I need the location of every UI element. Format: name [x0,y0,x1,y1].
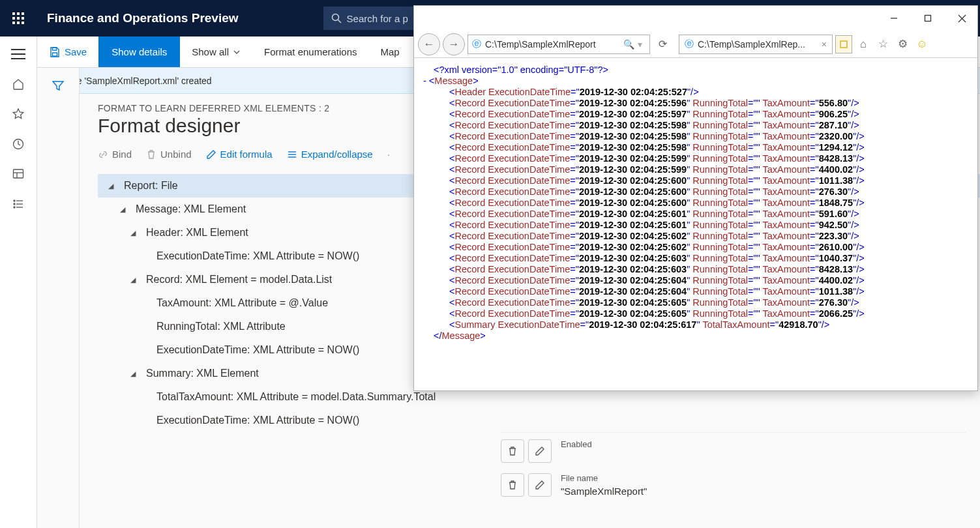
caret-down-icon[interactable]: ◢ [117,205,128,214]
search-icon [331,13,342,23]
tree-node-label: Report: File [124,180,178,192]
ie-xml-content: <?xml version="1.0" encoding="UTF-8"?>-<… [414,58,977,348]
filter-icon[interactable] [52,80,65,93]
window-maximize-button[interactable] [919,9,937,27]
delete-enabled-button[interactable] [501,439,524,463]
unbind-button[interactable]: Unbind [146,149,192,160]
caret-down-icon[interactable]: ◢ [106,182,116,190]
modules-icon[interactable] [0,189,37,219]
search-icon[interactable]: 🔍 [623,39,634,50]
svg-rect-7 [17,22,20,24]
save-icon [49,46,61,58]
properties-panel: Enabled File name "SampleXmlReport" [501,389,980,528]
map-label: Map [381,46,400,57]
tree-node-label: RunningTotal: XML Attribute [156,321,286,332]
window-minimize-button[interactable] [885,9,903,27]
save-label: Save [65,46,87,57]
unbind-label: Unbind [160,149,192,160]
ie-favorites-icon[interactable]: ☆ [874,36,891,53]
pencil-icon [535,480,545,490]
show-all-label: Show all [192,46,229,57]
caret-down-icon[interactable]: ◢ [128,276,138,284]
tree-node-label: ExecutionDateTime: XML Attribute = NOW() [156,415,359,426]
chevron-down-icon [233,48,241,56]
ie-smiley-icon[interactable]: ☺ [913,36,930,53]
home-icon[interactable] [0,69,37,99]
svg-rect-2 [22,12,24,15]
ie-window: ← → ⓔ C:\Temp\SampleXmlReport 🔍 ▾ ⟳ ⓔ C:… [413,5,978,391]
caret-down-icon[interactable]: ◢ [128,370,138,378]
ie-toolbar: ← → ⓔ C:\Temp\SampleXmlReport 🔍 ▾ ⟳ ⓔ C:… [414,31,977,58]
svg-rect-22 [53,48,57,50]
save-button[interactable]: Save [37,37,98,67]
ie-back-button[interactable]: ← [418,33,440,55]
ie-home-icon[interactable]: ⌂ [855,36,872,53]
show-details-button[interactable]: Show details [98,37,180,67]
edit-filename-button[interactable] [528,473,552,497]
ie-logo-icon: ⓔ [685,38,694,50]
enabled-label: Enabled [561,439,967,449]
edit-formula-button[interactable]: Edit formula [206,149,273,160]
svg-rect-6 [12,22,15,24]
svg-rect-12 [14,169,23,178]
left-nav [0,37,37,528]
svg-rect-1 [17,12,20,15]
pencil-icon [535,446,545,456]
trash-icon [507,480,518,490]
expand-label: Expand/collapse [301,149,373,160]
svg-rect-0 [12,12,15,15]
svg-rect-21 [53,53,57,56]
filename-label: File name [561,473,967,483]
clock-icon[interactable] [0,129,37,159]
edit-enabled-button[interactable] [528,439,552,463]
ie-settings-icon[interactable]: ⚙ [894,36,911,53]
format-enumerations-button[interactable]: Format enumerations [252,37,369,67]
trash-icon [507,446,518,456]
window-close-button[interactable] [953,9,971,27]
delete-filename-button[interactable] [501,473,524,497]
show-details-label: Show details [111,46,167,57]
ie-address-bar[interactable]: ⓔ C:\Temp\SampleXmlReport 🔍 ▾ [468,35,650,54]
ie-forward-button[interactable]: → [443,33,465,55]
info-message: File 'SampleXmlReport.xml' created [67,76,212,86]
svg-rect-4 [17,17,20,20]
svg-rect-5 [22,17,24,20]
ie-tab-title: C:\Temp\SampleXmlRep... [698,39,819,50]
tree-node-label: Record: XML Element = model.Data.List [146,274,332,286]
svg-rect-30 [925,16,931,22]
svg-point-19 [14,207,15,208]
search-placeholder: Search for a p [347,13,408,24]
ie-tab[interactable]: ⓔ C:\Temp\SampleXmlRep... × [679,35,833,54]
hamburger-icon[interactable] [0,39,37,69]
ie-logo-icon: ⓔ [472,38,481,50]
tree-node-label: Summary: XML Element [146,368,259,379]
svg-point-15 [14,200,15,201]
app-title: Finance and Operations Preview [37,11,239,25]
more-button[interactable]: · [387,149,390,160]
tree-node-label: ExecutionDateTime: XML Attribute = NOW() [156,250,359,262]
expand-collapse-button[interactable]: Expand/collapse [287,149,373,160]
ie-new-tab-button[interactable] [835,35,852,53]
close-tab-icon[interactable]: × [822,39,827,50]
svg-point-17 [14,203,15,205]
ie-refresh-button[interactable]: ⟳ [653,38,672,50]
tree-node-label: ExecutionDateTime: XML Attribute = NOW() [156,344,359,356]
svg-rect-8 [22,22,24,24]
workspace-icon[interactable] [0,159,37,189]
caret-down-icon[interactable]: ◢ [128,229,138,237]
svg-rect-33 [840,41,847,48]
tree-node-label: Header: XML Element [146,227,248,239]
bind-button[interactable]: Bind [98,149,132,160]
bind-label: Bind [112,149,132,160]
edit-formula-label: Edit formula [220,149,273,160]
format-enum-label: Format enumerations [264,46,357,57]
property-filename: File name "SampleXmlReport" [501,473,967,497]
link-icon [98,149,108,160]
ie-titlebar [414,6,977,31]
tree-node-label: Message: XML Element [136,203,246,215]
map-button[interactable]: Map [369,37,411,67]
star-icon[interactable] [0,99,37,129]
show-all-button[interactable]: Show all [180,37,252,67]
search-input[interactable]: Search for a p [323,7,421,30]
waffle-icon[interactable] [0,0,37,37]
